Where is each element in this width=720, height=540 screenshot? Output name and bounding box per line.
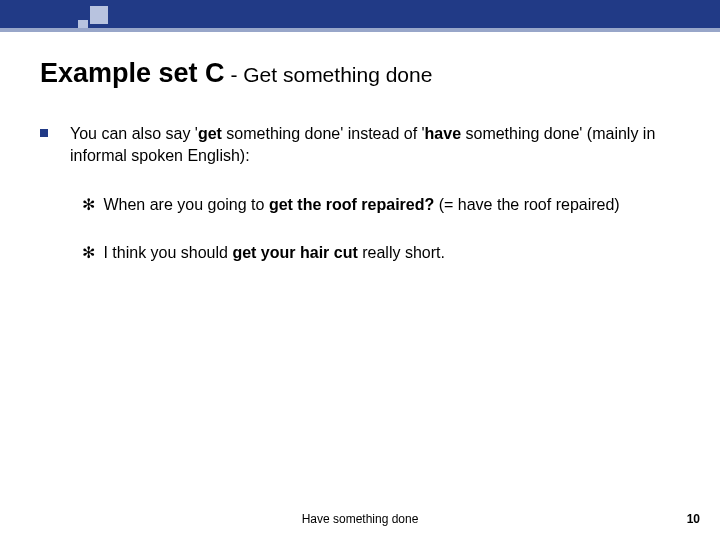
example-1-post: (= have the roof repaired): [434, 196, 619, 213]
star-icon: ✻: [82, 244, 95, 261]
slide-title: Example set C - Get something done: [40, 58, 680, 89]
bullet-text-mid: something done' instead of ': [222, 125, 425, 142]
page-number: 10: [687, 512, 700, 526]
example-2-pre: I think you should: [99, 244, 232, 261]
slide-content: Example set C - Get something done You c…: [0, 50, 720, 289]
bullet-text-pre: You can also say: [70, 125, 195, 142]
title-sep: -: [225, 63, 244, 86]
title-main: Example set C: [40, 58, 225, 88]
bullet-marker-icon: [40, 129, 48, 137]
decor-square-large: [90, 6, 108, 24]
example-2: ✻ I think you should get your hair cut r…: [82, 242, 680, 264]
title-sub: Get something done: [243, 63, 432, 86]
example-2-post: really short.: [358, 244, 445, 261]
example-1: ✻ When are you going to get the roof rep…: [82, 194, 680, 216]
star-icon: ✻: [82, 196, 95, 213]
example-1-pre: When are you going to: [99, 196, 269, 213]
example-2-bold: get your hair cut: [232, 244, 357, 261]
bullet-text-bold1: get: [198, 125, 222, 142]
bullet-text: You can also say 'get something done' in…: [70, 123, 680, 166]
footer-title: Have something done: [0, 512, 720, 526]
bullet-text-bold2: have: [425, 125, 461, 142]
example-1-bold: get the roof repaired?: [269, 196, 434, 213]
decor-square-small: [78, 20, 88, 30]
title-bar-decoration: [0, 0, 720, 28]
bullet-item: You can also say 'get something done' in…: [40, 123, 680, 166]
